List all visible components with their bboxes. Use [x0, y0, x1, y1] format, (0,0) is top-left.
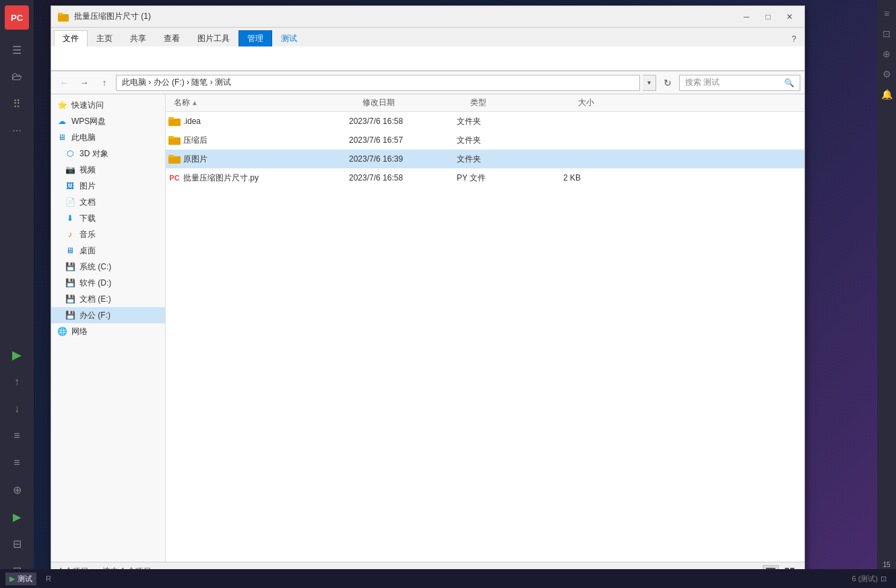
- title-bar: 批量压缩图片尺寸 (1) ─ □ ✕: [51, 6, 804, 28]
- tab-test[interactable]: 测试: [272, 30, 306, 46]
- ide-right-icon-1[interactable]: ≡: [881, 5, 892, 22]
- ide-icon-play2[interactable]: ▶: [5, 504, 29, 529]
- file-date: 2023/7/6 16:39: [344, 154, 451, 164]
- forward-button[interactable]: →: [75, 75, 93, 91]
- explorer-window: 批量压缩图片尺寸 (1) ─ □ ✕ 文件 主页 共享 查看 图片工具 管理 测…: [51, 5, 805, 581]
- ide-icon-menu[interactable]: ☰: [5, 38, 29, 62]
- music-icon: ♪: [65, 229, 75, 240]
- sidebar-item-desktop[interactable]: 🖥 桌面: [51, 242, 165, 259]
- sidebar-item-downloads[interactable]: ⬇ 下载: [51, 210, 165, 226]
- ide-icon-grid[interactable]: ⠿: [5, 92, 29, 116]
- svg-rect-5: [168, 136, 174, 139]
- sidebar: ⭐ 快速访问 ☁ WPS网盘 🖥 此电脑 ⬡ 3D 对象 📷 视频 🖼 图片: [51, 94, 166, 562]
- tab-file[interactable]: 文件: [54, 30, 88, 46]
- file-date: 2023/7/6 16:58: [344, 173, 451, 183]
- sidebar-item-computer[interactable]: 🖥 此电脑: [51, 129, 165, 145]
- tab-manage[interactable]: 管理: [238, 30, 272, 46]
- ide-icon-lines1[interactable]: ≡: [5, 424, 29, 448]
- file-type: 文件夹: [451, 135, 532, 146]
- sidebar-label-quick-access: 快速访问: [71, 100, 104, 111]
- col-header-size[interactable]: 大小: [546, 97, 600, 108]
- sidebar-item-wps[interactable]: ☁ WPS网盘: [51, 113, 165, 129]
- taskbar-label-test: 测试: [18, 574, 32, 584]
- sidebar-item-drive-e[interactable]: 💾 文档 (E:): [51, 291, 165, 307]
- tab-view[interactable]: 查看: [155, 30, 189, 46]
- file-list: 名称▲ 修改日期 类型 大小 .idea 2023/7/6 1: [166, 94, 804, 562]
- ide-icon-run[interactable]: ▶: [5, 343, 29, 367]
- path-text: 此电脑 › 办公 (F:) › 随笔 › 测试: [122, 77, 231, 88]
- table-row[interactable]: 原图片 2023/7/6 16:39 文件夹: [166, 150, 804, 168]
- sidebar-item-quick-access[interactable]: ⭐ 快速访问: [51, 97, 165, 113]
- ide-right-icon-3[interactable]: ⊕: [880, 46, 893, 62]
- search-icon: 🔍: [784, 78, 794, 88]
- sidebar-item-video[interactable]: 📷 视频: [51, 162, 165, 178]
- folder-svg: [168, 135, 181, 145]
- table-row[interactable]: 压缩后 2023/7/6 16:57 文件夹: [166, 131, 804, 150]
- sidebar-label-drive-e: 文档 (E:): [79, 294, 111, 305]
- col-header-name[interactable]: 名称▲: [168, 97, 357, 108]
- sidebar-item-drive-f[interactable]: 💾 办公 (F:): [51, 307, 165, 323]
- file-cell-name: .idea: [168, 115, 344, 127]
- documents-icon: 📄: [65, 197, 75, 207]
- close-button[interactable]: ✕: [780, 10, 799, 24]
- back-button[interactable]: ←: [55, 75, 73, 91]
- file-type: PY 文件: [451, 172, 532, 184]
- ide-icon-folder[interactable]: 🗁: [5, 65, 29, 89]
- title-bar-icon: [57, 10, 70, 24]
- taskbar-label-r: R: [46, 575, 51, 583]
- sidebar-label-drive-c: 系统 (C:): [79, 261, 111, 273]
- sidebar-label-3d: 3D 对象: [79, 148, 108, 160]
- table-row[interactable]: .idea 2023/7/6 16:58 文件夹: [166, 112, 804, 131]
- folder-icon: [168, 134, 181, 146]
- ide-right-icon-4[interactable]: ⚙: [880, 66, 894, 82]
- maximize-button[interactable]: □: [759, 10, 777, 24]
- search-box[interactable]: 搜索 测试 🔍: [679, 75, 800, 91]
- folder-icon: [168, 153, 181, 165]
- drive-e-icon: 💾: [65, 294, 75, 304]
- file-type: 文件夹: [451, 116, 532, 127]
- file-cell-name: 压缩后: [168, 134, 344, 146]
- minimize-button[interactable]: ─: [737, 10, 756, 24]
- col-header-date[interactable]: 修改日期: [357, 97, 465, 108]
- sidebar-label-music: 音乐: [79, 229, 96, 240]
- ide-icon-up[interactable]: ↑: [5, 370, 29, 394]
- sidebar-item-3d[interactable]: ⬡ 3D 对象: [51, 145, 165, 162]
- ide-right-icon-5[interactable]: 🔔: [878, 86, 895, 102]
- sidebar-item-network[interactable]: 🌐 网络: [51, 323, 165, 339]
- sidebar-item-music[interactable]: ♪ 音乐: [51, 226, 165, 242]
- folder-icon-title: [58, 11, 69, 22]
- ide-right-icon-2[interactable]: ⊡: [880, 26, 893, 42]
- 3d-icon: ⬡: [65, 148, 75, 159]
- sidebar-item-documents[interactable]: 📄 文档: [51, 194, 165, 210]
- tab-home[interactable]: 主页: [88, 30, 121, 46]
- refresh-button[interactable]: ↻: [659, 75, 676, 91]
- up-button[interactable]: ↑: [96, 75, 113, 91]
- col-header-type[interactable]: 类型: [465, 97, 546, 108]
- file-cell-name: PC 批量压缩图片尺寸.py: [168, 172, 344, 184]
- file-date: 2023/7/6 16:58: [344, 117, 451, 126]
- computer-icon: 🖥: [57, 132, 67, 143]
- sidebar-item-drive-c[interactable]: 💾 系统 (C:): [51, 259, 165, 275]
- ide-icon-lines2[interactable]: ≡: [5, 451, 29, 475]
- taskbar-item-r[interactable]: R: [42, 573, 55, 584]
- sidebar-item-drive-d[interactable]: 💾 软件 (D:): [51, 275, 165, 291]
- ribbon-help[interactable]: ?: [789, 32, 799, 46]
- taskbar-item-right[interactable]: 6 (测试) ⊡: [848, 573, 891, 585]
- file-name: 批量压缩图片尺寸.py: [183, 172, 259, 184]
- path-dropdown[interactable]: ▾: [643, 75, 656, 91]
- ide-right-tools: ≡ ⊡ ⊕ ⚙ 🔔 15 ∧: [877, 0, 896, 588]
- ide-icon-layers[interactable]: ⊕: [5, 478, 29, 502]
- sidebar-label-network: 网络: [71, 326, 88, 337]
- sidebar-item-pictures[interactable]: 🖼 图片: [51, 178, 165, 194]
- tab-picture-tools[interactable]: 图片工具: [189, 30, 238, 46]
- address-path[interactable]: 此电脑 › 办公 (F:) › 随笔 › 测试: [116, 75, 640, 91]
- ide-icon-minus[interactable]: ⊟: [5, 531, 29, 556]
- taskbar-item-test[interactable]: ▶ 测试: [5, 573, 36, 585]
- wps-icon: ☁: [57, 116, 67, 127]
- svg-rect-1: [58, 13, 63, 15]
- ide-icon-down[interactable]: ↓: [5, 397, 29, 421]
- tab-share[interactable]: 共享: [121, 30, 155, 46]
- ide-logo[interactable]: PC: [5, 5, 29, 30]
- table-row[interactable]: PC 批量压缩图片尺寸.py 2023/7/6 16:58 PY 文件 2 KB: [166, 168, 804, 187]
- ide-icon-more[interactable]: ···: [5, 119, 29, 143]
